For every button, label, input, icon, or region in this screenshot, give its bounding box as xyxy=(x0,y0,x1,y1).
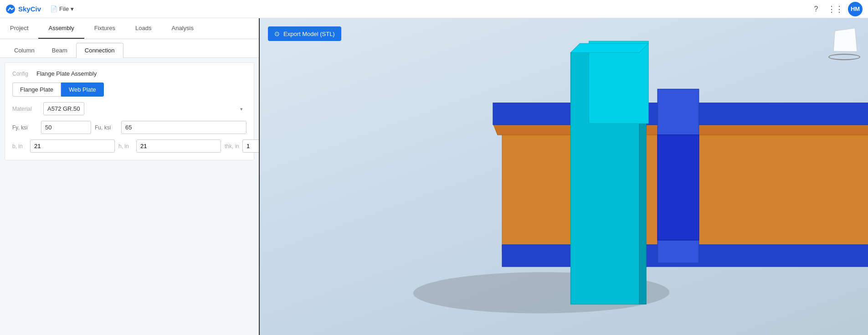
user-avatar[interactable]: HM xyxy=(848,2,863,16)
tab-fixtures[interactable]: Fixtures xyxy=(84,18,125,39)
tab-project[interactable]: Project xyxy=(0,18,38,39)
web-plate-button[interactable]: Web Plate xyxy=(61,82,104,97)
material-row: Material A572 GR.50 A36 A992 ▾ xyxy=(12,102,247,115)
file-menu[interactable]: 📄 File ▾ xyxy=(50,5,74,12)
skyciv-logo-icon xyxy=(5,4,15,14)
b-input[interactable] xyxy=(30,139,115,153)
flange-plate-button[interactable]: Flange Plate xyxy=(12,82,61,97)
sub-tab-connection[interactable]: Connection xyxy=(76,43,123,58)
svg-rect-19 xyxy=(657,135,699,240)
export-icon: ⊙ xyxy=(274,30,280,37)
topbar-actions: ? ⋮⋮ HM xyxy=(810,2,863,16)
config-label: Config xyxy=(12,71,33,77)
logo-text: SkyCiv xyxy=(18,5,41,13)
fy-input[interactable] xyxy=(41,121,91,134)
fy-fu-row: Fy, ksi Fu, ksi xyxy=(12,121,247,134)
main-tab-bar: Project Assembly Fixtures Loads Analysis xyxy=(0,18,259,39)
sub-tab-bar: Column Beam Connection xyxy=(0,39,259,58)
file-icon: 📄 xyxy=(50,5,57,12)
model-svg xyxy=(260,18,868,335)
sub-tab-beam[interactable]: Beam xyxy=(43,43,76,57)
svg-marker-20 xyxy=(571,43,649,52)
material-select[interactable]: A572 GR.50 A36 A992 xyxy=(43,102,84,115)
file-chevron-icon: ▾ xyxy=(71,5,74,12)
thk-label: thk, in xyxy=(225,143,241,149)
material-select-wrapper: A572 GR.50 A36 A992 ▾ xyxy=(43,102,247,115)
connection-form: Config Flange Plate Assembly Flange Plat… xyxy=(5,62,254,160)
sub-tab-column[interactable]: Column xyxy=(5,43,43,57)
b-group: b, in xyxy=(12,139,115,153)
plate-toggle: Flange Plate Web Plate xyxy=(12,82,104,97)
apps-button[interactable]: ⋮⋮ xyxy=(829,3,842,15)
fu-label: Fu, ksi xyxy=(95,124,118,131)
thk-group: thk, in xyxy=(225,139,260,153)
main-layout: Project Assembly Fixtures Loads Analysis… xyxy=(0,18,868,335)
material-label: Material xyxy=(12,106,40,112)
thk-input[interactable] xyxy=(242,139,260,153)
export-label: Export Model (STL) xyxy=(283,31,335,37)
config-value: Flange Plate Assembly xyxy=(36,70,247,77)
viewport[interactable]: ⊙ Export Model (STL) xyxy=(260,18,868,335)
select-arrow-icon: ▾ xyxy=(240,106,243,112)
h-group: h, in xyxy=(118,139,221,153)
tab-assembly[interactable]: Assembly xyxy=(38,18,84,39)
left-panel: Project Assembly Fixtures Loads Analysis… xyxy=(0,18,260,335)
fu-input[interactable] xyxy=(121,121,247,134)
h-input[interactable] xyxy=(136,139,221,153)
svg-rect-17 xyxy=(589,41,648,124)
tab-analysis[interactable]: Analysis xyxy=(161,18,203,39)
export-button[interactable]: ⊙ Export Model (STL) xyxy=(268,26,341,41)
b-label: b, in xyxy=(12,143,28,149)
help-button[interactable]: ? xyxy=(810,3,822,15)
tab-loads[interactable]: Loads xyxy=(125,18,161,39)
logo[interactable]: SkyCiv xyxy=(5,4,41,14)
fy-label: Fy, ksi xyxy=(12,124,37,131)
config-row: Config Flange Plate Assembly xyxy=(12,70,247,77)
svg-point-0 xyxy=(6,5,15,14)
plate-toggle-row: Flange Plate Web Plate xyxy=(12,82,247,97)
h-label: h, in xyxy=(118,143,134,149)
topbar: SkyCiv 📄 File ▾ ? ⋮⋮ HM xyxy=(0,0,868,18)
dimensions-row: b, in h, in thk, in xyxy=(12,139,247,153)
file-label: File xyxy=(59,5,69,12)
